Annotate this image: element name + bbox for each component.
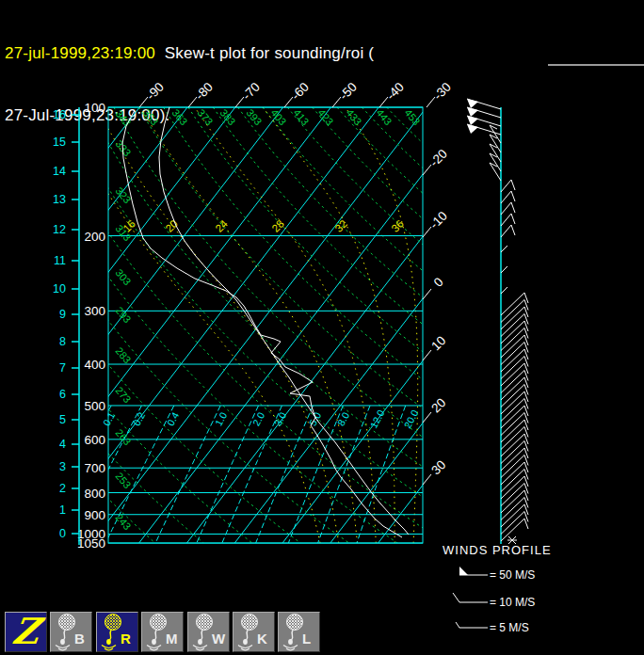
moist-label: 28 (269, 217, 286, 234)
svg-text:M: M (166, 631, 178, 647)
mixing-ratio-label: 0.2 (131, 410, 148, 428)
height-label: 2 (59, 482, 66, 495)
temp-right-label: 20 (428, 395, 448, 415)
mixing-ratio-label: 8.0 (335, 410, 352, 428)
pressure-label: 700 (84, 461, 105, 475)
theta-top-label: 413 (292, 107, 312, 128)
dry-adiabats (0, 107, 644, 543)
legend-flag-symbol (459, 567, 468, 575)
plot-lines (0, 107, 644, 543)
mixing-ratio-label: 1.0 (213, 410, 230, 428)
height-label: 13 (53, 193, 66, 206)
pressure-label: 500 (84, 399, 105, 413)
temp-top-label: -80 (193, 80, 216, 103)
height-label: 15 (53, 136, 66, 149)
mixing-ratio-label: 2.0 (250, 410, 267, 428)
theta-left-label: 293 (114, 305, 134, 326)
balloon-sonde-icon: L (279, 613, 319, 651)
theta-top-label: 373 (196, 107, 216, 128)
balloon-sonde-icon: B (51, 613, 91, 651)
pressure-label: 100 (84, 101, 105, 115)
svg-text:W: W (212, 631, 226, 647)
temp-right-label: 10 (428, 333, 448, 353)
pressure-label: 400 (84, 358, 105, 372)
balloon-sonde-icon: R (97, 613, 137, 651)
height-label: 8 (59, 335, 66, 348)
theta-left-label: 303 (114, 267, 134, 288)
temp-top-label: -90 (144, 80, 167, 103)
balloon-sonde-icon: W (188, 613, 229, 651)
pressure-label: 600 (84, 433, 105, 447)
theta-top-label: 453 (403, 107, 423, 128)
height-label: 7 (59, 361, 66, 375)
legend-label: = 10 M/S (490, 596, 535, 609)
height-label: 5 (59, 413, 66, 426)
height-axis: 161514131211109876543210 (53, 107, 79, 545)
moist-adiabat-labels: 162024283236 (121, 217, 406, 234)
legend-label: = 50 M/S (490, 568, 535, 582)
height-label: 3 (59, 460, 66, 473)
winds-legend-title: WINDS PROFILE (443, 543, 552, 557)
zebra-logo-button[interactable]: Z (5, 612, 47, 652)
height-label: 14 (53, 165, 66, 178)
theta-left-label: 253 (114, 471, 134, 491)
zebra-z-glyph: Z (3, 613, 49, 650)
height-label: 10 (53, 282, 66, 296)
height-label: 12 (53, 223, 66, 236)
station-button-r[interactable]: R (96, 612, 138, 652)
balloon-sonde-icon: M (142, 613, 183, 651)
theta-left-label: 273 (114, 385, 134, 406)
station-button-l[interactable]: L (278, 612, 320, 652)
moist-label: 32 (332, 217, 349, 234)
pressure-label: 900 (84, 508, 105, 522)
bottom-toolbar: ZBRMWKL (0, 608, 644, 655)
isotherms (0, 107, 644, 543)
station-button-k[interactable]: K (233, 612, 275, 652)
mixing-ratio-labels: 0.10.20.41.02.03.05.08.012.020.0 (101, 407, 421, 430)
temp-top-label: -50 (337, 80, 360, 103)
pressure-label: 200 (84, 230, 105, 244)
svg-text:K: K (257, 631, 267, 647)
station-button-m[interactable]: M (141, 612, 184, 652)
svg-text:R: R (121, 631, 131, 647)
height-label: 0 (59, 527, 66, 540)
temp-top-label: -40 (384, 80, 407, 103)
legend-full-barb-symbol (453, 593, 459, 602)
temperature-trace (159, 107, 409, 535)
svg-text:L: L (302, 631, 311, 647)
plot-border (108, 107, 423, 543)
station-button-w[interactable]: W (187, 612, 230, 652)
pressure-label: 800 (84, 487, 105, 501)
station-button-b[interactable]: B (50, 612, 92, 652)
wind-profile (467, 99, 528, 544)
theta-top-label: 353 (141, 107, 161, 128)
temp-right-label: 0 (431, 275, 446, 290)
temp-top-label: -70 (240, 80, 263, 103)
skewt-chart: 1002003004005006007008009001000105016151… (0, 0, 644, 655)
theta-top-label: 423 (316, 107, 336, 128)
svg-text:B: B (74, 631, 85, 647)
temp-right-label: 30 (428, 457, 448, 477)
height-label: 1 (59, 503, 66, 517)
height-label: 4 (59, 438, 66, 451)
pressure-label: 1050 (77, 536, 105, 551)
height-label: 16 (53, 108, 66, 121)
height-label: 9 (59, 308, 66, 321)
theta-top-label: 433 (345, 107, 364, 128)
mixing-ratio-label: 0.4 (165, 410, 182, 428)
mixing-ratio-label: 3.0 (272, 410, 289, 428)
height-label: 6 (59, 388, 66, 401)
moist-label: 36 (389, 217, 406, 234)
height-label: 11 (54, 254, 66, 267)
theta-top-label: 393 (245, 107, 265, 128)
theta-left-label: 283 (114, 345, 134, 366)
theta-top-label: 363 (170, 107, 190, 128)
balloon-sonde-icon: K (233, 613, 274, 651)
temp-top-label: -30 (431, 80, 454, 103)
theta-top-label: 403 (269, 107, 289, 128)
theta-top-label: 383 (218, 107, 238, 128)
temp-top-label: -60 (289, 80, 312, 103)
pressure-label: 300 (84, 304, 105, 318)
app-window: 27-jul-1999,23:19:00 Skew-t plot for sou… (0, 0, 644, 655)
